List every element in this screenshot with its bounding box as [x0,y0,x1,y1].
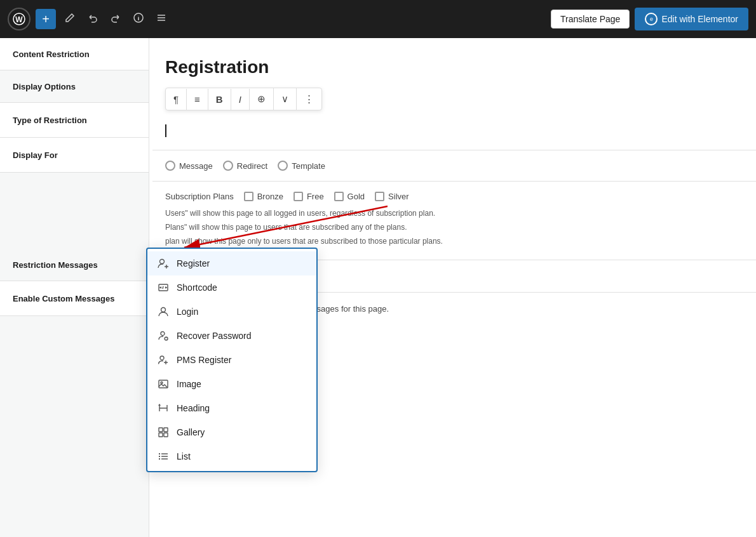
login-icon [158,306,169,317]
radio-redirect[interactable]: Redirect [223,161,267,171]
svg-rect-20 [159,458,160,460]
recover-password-icon [158,330,169,341]
dropdown-item-image[interactable]: Image [147,372,316,396]
enable-custom-messages-sidebar-label: Enable Custom Messages [13,294,114,303]
text-input-area[interactable] [165,118,731,143]
edit-icon-button[interactable] [61,10,79,28]
text-cursor [165,124,166,137]
translate-page-button[interactable]: Translate Page [551,10,630,29]
shortcode-icon [158,282,169,293]
svg-text:W: W [15,15,23,24]
italic-button[interactable]: I [231,89,250,110]
info-button[interactable] [130,10,147,28]
type-of-restriction-sidebar-label: Type of Restriction [13,116,87,125]
elementor-icon: e [645,13,658,25]
heading-icon [158,402,169,414]
dropdown-heading-label: Heading [177,403,210,413]
svg-rect-18 [159,453,160,454]
content-restriction-label: Content Restriction [13,50,90,59]
dropdown-shortcode-label: Shortcode [177,282,217,293]
wp-logo-icon[interactable]: W [8,8,30,30]
image-icon [158,378,169,390]
svg-marker-13 [158,404,161,406]
dropdown-pms-register-label: PMS Register [177,355,231,365]
info-text-3: plan will show this page only to users t… [165,235,731,247]
dropdown-register-label: Register [177,258,210,268]
register-icon [158,258,169,269]
pms-register-icon [158,354,169,366]
info-text-1: Users" will show this page to all logged… [165,208,731,219]
redo-button[interactable] [107,10,125,28]
more-options-chevron-button[interactable]: ∨ [274,88,297,110]
overflow-menu-button[interactable]: ⋮ [297,88,321,110]
svg-rect-15 [164,428,168,432]
svg-rect-16 [159,433,163,437]
undo-button[interactable] [84,10,102,28]
checkbox-free[interactable]: Free [294,192,324,201]
dropdown-list-label: List [177,451,191,461]
subscription-plans-label: Subscription Plans [165,192,234,201]
dropdown-item-heading[interactable]: Heading [147,396,316,420]
align-button[interactable]: ≡ [187,89,208,110]
block-type-dropdown: Register Shortcode Login [146,248,318,472]
radio-message[interactable]: Message [165,161,213,171]
dropdown-item-login[interactable]: Login [147,300,316,324]
svg-point-7 [161,308,166,312]
svg-point-10 [160,356,164,360]
list-icon [158,451,169,462]
dropdown-item-list[interactable]: List [147,444,316,468]
checkbox-bronze[interactable]: Bronze [244,192,283,201]
checkbox-silver[interactable]: Silver [375,192,409,201]
display-for-sidebar-label: Display For [13,150,58,160]
dropdown-item-recover-password[interactable]: Recover Password [147,324,316,348]
dropdown-recover-password-label: Recover Password [177,331,252,341]
dropdown-image-label: Image [177,379,201,389]
dropdown-item-pms-register[interactable]: PMS Register [147,348,316,372]
svg-point-8 [161,332,165,336]
checkbox-gold[interactable]: Gold [334,192,365,201]
restriction-messages-sidebar-label: Restriction Messages [13,260,98,270]
display-options-label: Display Options [13,82,76,91]
menu-button[interactable] [152,10,170,28]
link-button[interactable]: ⊕ [250,88,274,110]
svg-rect-14 [159,428,163,432]
edit-with-elementor-button[interactable]: e Edit with Elementor [635,8,748,30]
svg-rect-19 [159,456,160,457]
svg-point-12 [161,382,163,384]
type-of-restriction-panel: Message Redirect Template [165,150,731,181]
add-block-button[interactable]: + [36,9,56,29]
svg-rect-17 [164,433,168,437]
paragraph-format-button[interactable]: ¶ [166,89,187,110]
dropdown-item-gallery[interactable]: Gallery [147,420,316,444]
dropdown-item-register[interactable]: Register [147,251,316,275]
dropdown-item-shortcode[interactable]: Shortcode [147,275,316,300]
info-text-2: Plans" will show this page to users that… [165,222,731,233]
dropdown-gallery-label: Gallery [177,427,205,437]
svg-point-5 [160,260,165,264]
radio-template[interactable]: Template [278,161,325,171]
gallery-icon [158,427,169,438]
dropdown-login-label: Login [177,307,198,317]
svg-point-9 [165,337,168,340]
page-title: Registration [165,57,731,77]
bold-button[interactable]: B [208,89,231,110]
block-toolbar: ¶ ≡ B I ⊕ ∨ ⋮ [165,88,322,110]
main-area: Content Restriction Display Options Type… [0,38,756,537]
top-toolbar: W + Translate Page e Edit with Elementor [0,0,756,38]
